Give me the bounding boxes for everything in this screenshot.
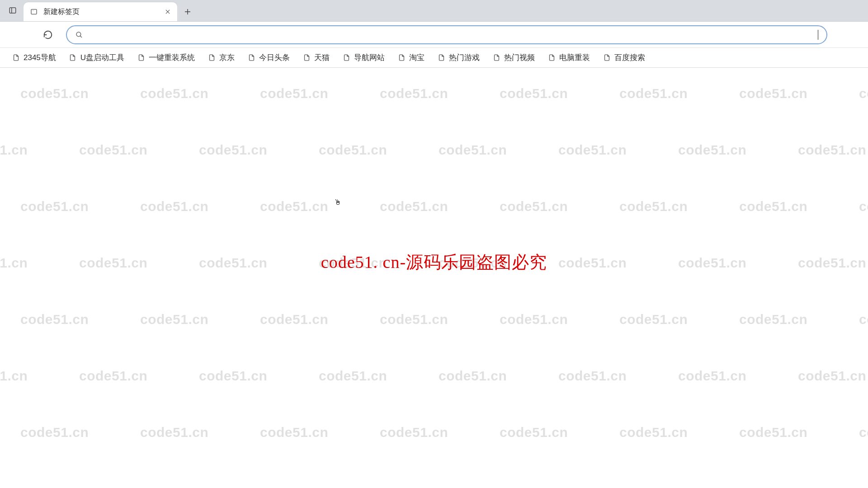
watermark-text: code51.cn (619, 425, 688, 440)
watermark-text: code51.cn (199, 255, 267, 271)
bookmark-item[interactable]: U盘启动工具 (63, 50, 130, 66)
bookmark-item[interactable]: 一键重装系统 (132, 50, 200, 66)
bookmark-label: 京东 (219, 52, 235, 63)
watermark-text: code51.cn (678, 368, 746, 384)
page-icon (603, 54, 611, 62)
watermark-text: code51.cn (500, 86, 568, 101)
watermark-text: code51.cn (260, 199, 328, 214)
watermark-text: code51.cn (439, 142, 507, 158)
watermark-text: code51.cn (678, 255, 746, 271)
watermark-text: code51.cn (260, 312, 328, 327)
bookmark-item[interactable]: 2345导航 (6, 50, 61, 66)
bookmark-item[interactable]: 导航网站 (337, 50, 390, 66)
plus-icon (184, 8, 192, 16)
address-input[interactable] (91, 30, 817, 39)
watermark-layer: code51.cncode51.cncode51.cncode51.cncode… (0, 68, 868, 488)
watermark-text: code51.cn (20, 199, 89, 214)
svg-line-10 (80, 36, 82, 38)
watermark-text: code51.cn (79, 142, 147, 158)
search-icon (75, 31, 83, 39)
watermark-text: code51.cn (558, 255, 627, 271)
watermark-text: code51.cn (0, 142, 28, 158)
watermark-text: code51.cn (798, 255, 866, 271)
svg-rect-2 (31, 9, 37, 14)
watermark-text: code51.cn (500, 425, 568, 440)
watermark-text: code51.cn (619, 86, 688, 101)
watermark-text: code51.cn (20, 86, 89, 101)
watermark-text: code51.cn (500, 199, 568, 214)
watermark-text: code51.cn (439, 368, 507, 384)
watermark-text: code51.cn (739, 312, 807, 327)
bookmark-item[interactable]: 今日头条 (242, 50, 295, 66)
bookmark-label: U盘启动工具 (80, 52, 124, 63)
page-icon (137, 54, 145, 62)
watermark-text: code51.cn (20, 312, 89, 327)
watermark-text: code51.cn (798, 368, 866, 384)
bookmark-item[interactable]: 电脑重装 (542, 50, 595, 66)
watermark-text: code51.cn (678, 142, 746, 158)
bookmark-item[interactable]: 热门视频 (487, 50, 540, 66)
bookmark-item[interactable]: 京东 (202, 50, 240, 66)
bookmarks-bar: 2345导航U盘启动工具一键重装系统京东今日头条天猫导航网站淘宝热门游戏热门视频… (0, 48, 868, 68)
new-tab-button[interactable] (180, 4, 195, 19)
svg-point-9 (76, 32, 81, 37)
watermark-text: code51.cn (380, 199, 448, 214)
page-icon (208, 54, 216, 62)
watermark-text: code51.cn (319, 142, 387, 158)
bookmark-label: 热门游戏 (449, 52, 480, 63)
tab-strip: 新建标签页 (0, 0, 868, 22)
bookmark-item[interactable]: 百度搜索 (597, 50, 651, 66)
watermark-text: code51.cn (739, 199, 807, 214)
panel-left-icon (9, 6, 17, 14)
svg-point-4 (33, 10, 34, 11)
watermark-text: code51.cn (140, 312, 208, 327)
watermark-text: code51.cn (260, 86, 328, 101)
watermark-text: code51.cn (380, 425, 448, 440)
text-caret (818, 30, 818, 40)
page-content: code51.cncode51.cncode51.cncode51.cncode… (0, 68, 868, 488)
bookmark-label: 天猫 (314, 52, 330, 63)
tab-close-button[interactable] (163, 7, 173, 17)
bookmark-item[interactable]: 热门游戏 (432, 50, 485, 66)
bookmark-label: 今日头条 (259, 52, 290, 63)
watermark-text: code51.cn (739, 425, 807, 440)
bookmark-label: 百度搜索 (614, 52, 645, 63)
page-icon (547, 54, 556, 62)
address-bar[interactable] (66, 25, 827, 44)
sidebar-toggle-button[interactable] (5, 2, 21, 19)
browser-tab[interactable]: 新建标签页 (24, 2, 177, 21)
watermark-text: code51.cn (859, 86, 868, 101)
tab-title: 新建标签页 (43, 7, 163, 17)
bookmark-label: 2345导航 (24, 52, 56, 63)
watermark-text: code51.cn (859, 425, 868, 440)
watermark-text: code51.cn (20, 425, 89, 440)
watermark-text: code51.cn (380, 86, 448, 101)
watermark-text: code51.cn (199, 142, 267, 158)
bookmark-item[interactable]: 天猫 (297, 50, 335, 66)
page-icon (302, 54, 311, 62)
bookmark-label: 导航网站 (354, 52, 385, 63)
watermark-text: code51.cn (619, 312, 688, 327)
page-icon (397, 54, 406, 62)
watermark-text: code51.cn (199, 368, 267, 384)
svg-point-3 (32, 10, 33, 11)
watermark-text: code51.cn (739, 86, 807, 101)
page-icon (342, 54, 350, 62)
watermark-text: code51.cn (140, 199, 208, 214)
svg-rect-0 (9, 8, 16, 13)
watermark-text: code51.cn (558, 142, 627, 158)
watermark-text: code51.cn (859, 199, 868, 214)
page-icon (12, 54, 20, 62)
reload-button[interactable] (41, 28, 55, 42)
watermark-text: code51.cn (619, 199, 688, 214)
bookmark-label: 电脑重装 (559, 52, 590, 63)
watermark-text: code51.cn (140, 86, 208, 101)
watermark-center-notice: code51. cn-源码乐园盗图必究 (321, 251, 547, 274)
watermark-text: code51.cn (260, 425, 328, 440)
bookmark-item[interactable]: 淘宝 (392, 50, 430, 66)
reload-icon (43, 30, 53, 40)
watermark-text: code51.cn (319, 368, 387, 384)
page-icon (247, 54, 255, 62)
watermark-text: code51.cn (140, 425, 208, 440)
watermark-text: code51.cn (79, 368, 147, 384)
